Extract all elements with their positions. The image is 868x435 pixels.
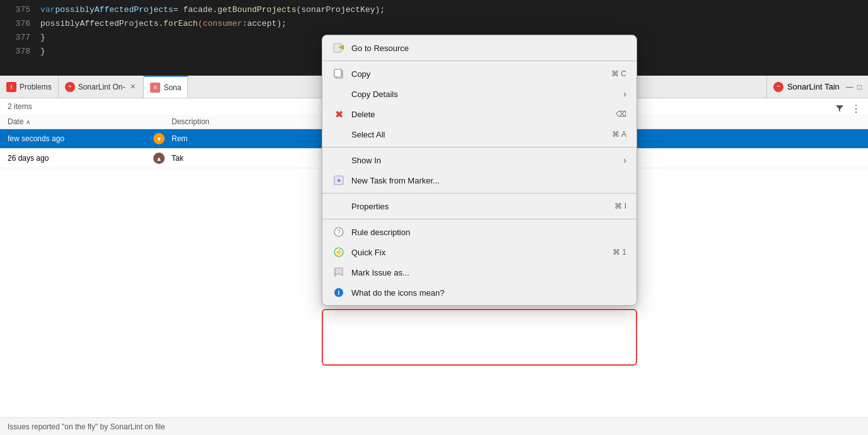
row-severity-icon: ▲ — [146, 153, 172, 164]
line-number: 378 — [5, 47, 30, 56]
sonar-icon: ~ — [65, 82, 75, 92]
tab-close-sonarlint[interactable]: ✕ — [128, 83, 137, 91]
sonar-lock-icon: ~ — [773, 82, 783, 92]
menu-item-copy-details[interactable]: Copy Details › — [322, 84, 636, 104]
status-bar: Issues reported "on the fly" by SonarLin… — [0, 417, 868, 435]
menu-label-goto-resource: Go to Resource — [351, 44, 409, 53]
svg-rect-4 — [334, 69, 341, 77]
menu-label-quick-fix: Quick Fix — [351, 248, 385, 257]
menu-separator — [322, 219, 636, 219]
copy-details-icon — [332, 88, 345, 100]
menu-item-select-all[interactable]: Select All ⌘ A — [322, 124, 636, 144]
task-icon: ✦ — [332, 174, 345, 187]
row-date: 26 days ago — [8, 154, 146, 163]
severity-down-icon: ▼ — [153, 133, 165, 144]
properties-shortcut: ⌘ I — [614, 202, 626, 211]
menu-item-properties[interactable]: Properties ⌘ I — [322, 196, 636, 216]
line-number: 375 — [5, 5, 30, 14]
tab-problems-label: Problems — [20, 83, 52, 91]
menu-label-copy-details: Copy Details — [351, 90, 398, 99]
menu-label-show-in: Show In — [351, 156, 381, 165]
menu-label-mark-issue: Mark Issue as... — [351, 268, 409, 277]
row-severity-icon: ▼ — [146, 133, 172, 144]
copy-icon — [332, 67, 345, 80]
svg-marker-11 — [335, 268, 343, 276]
code-line-376: 376 possiblyAffectedProjects.forEach(con… — [0, 16, 868, 30]
delete-icon: ✖ — [332, 108, 345, 120]
line-number: 376 — [5, 19, 30, 28]
menu-label-delete: Delete — [351, 110, 375, 119]
right-tab-sonarlint-taint[interactable]: ~ SonarLint Tain — □ — [766, 76, 868, 98]
menu-label-what-icons: What do the icons mean? — [351, 288, 444, 298]
rule-icon: ? — [332, 226, 345, 238]
menu-separator — [322, 193, 636, 194]
right-tab-label: SonarLint Tain — [787, 82, 840, 91]
delete-shortcut: ⌫ — [616, 110, 626, 119]
sort-arrow-icon: ∧ — [26, 119, 30, 125]
col-header-date[interactable]: Date ∧ — [8, 117, 146, 126]
tab-sona[interactable]: ≡ Sona — [144, 76, 188, 98]
select-all-icon — [332, 128, 345, 141]
row-date: few seconds ago — [8, 134, 146, 143]
info-icon: i — [332, 286, 345, 299]
svg-text:i: i — [337, 289, 339, 296]
menu-label-rule-description: Rule description — [351, 228, 410, 237]
menu-item-quick-fix[interactable]: ⚡ Quick Fix ⌘ 1 — [322, 242, 636, 262]
svg-text:?: ? — [337, 229, 341, 236]
tab-sonarlint-label: SonarLint On- — [78, 83, 126, 91]
more-options-button[interactable]: ⋮ — [849, 102, 863, 115]
menu-item-copy[interactable]: Copy ⌘ C — [322, 64, 636, 84]
show-in-arrow-icon: › — [623, 155, 626, 165]
panel-toolbar: ⋮ — [828, 98, 868, 119]
menu-item-what-icons[interactable]: i What do the icons mean? — [322, 282, 636, 303]
filter-icon — [835, 104, 844, 113]
menu-item-mark-issue[interactable]: Mark Issue as... — [322, 262, 636, 282]
quickfix-icon: ⚡ — [332, 246, 345, 258]
svg-text:⚡: ⚡ — [334, 248, 343, 257]
severity-up-icon: ▲ — [153, 153, 165, 164]
menu-item-rule-description[interactable]: ? Rule description — [322, 222, 636, 242]
quick-fix-shortcut: ⌘ 1 — [613, 248, 626, 257]
copy-shortcut: ⌘ C — [611, 69, 626, 78]
minimize-icon[interactable]: — — [846, 83, 853, 91]
goto-icon — [332, 42, 345, 54]
menu-label-copy: Copy — [351, 69, 370, 79]
properties-icon — [332, 200, 345, 212]
menu-label-select-all: Select All — [351, 130, 385, 139]
menu-item-show-in[interactable]: Show In › — [322, 150, 636, 170]
select-all-shortcut: ⌘ A — [612, 130, 626, 139]
line-number: 377 — [5, 33, 30, 42]
problems-icon: ! — [6, 82, 16, 92]
tab-problems[interactable]: ! Problems — [0, 76, 59, 98]
tab-sona-label: Sona — [163, 83, 181, 92]
menu-item-goto-resource[interactable]: Go to Resource — [322, 38, 636, 58]
menu-label-properties: Properties — [351, 202, 389, 211]
svg-text:✦: ✦ — [336, 177, 341, 184]
submenu-arrow-icon: › — [623, 89, 626, 99]
tab-sonarlint-on[interactable]: ~ SonarLint On- ✕ — [59, 76, 144, 98]
menu-item-new-task[interactable]: ✦ New Task from Marker... — [322, 170, 636, 190]
sonar-doc-icon: ≡ — [150, 83, 160, 93]
context-menu: Go to Resource Copy ⌘ C Copy Details › ✖… — [322, 35, 637, 306]
menu-separator — [322, 61, 636, 61]
show-in-icon — [332, 154, 345, 166]
menu-label-new-task: New Task from Marker... — [351, 176, 440, 185]
maximize-icon[interactable]: □ — [857, 83, 862, 91]
filter-button[interactable] — [833, 102, 847, 115]
code-line-375: 375 var possiblyAffectedProjects = facad… — [0, 3, 868, 16]
mark-issue-icon — [332, 266, 345, 279]
menu-item-delete[interactable]: ✖ Delete ⌫ — [322, 104, 636, 124]
menu-separator — [322, 147, 636, 148]
